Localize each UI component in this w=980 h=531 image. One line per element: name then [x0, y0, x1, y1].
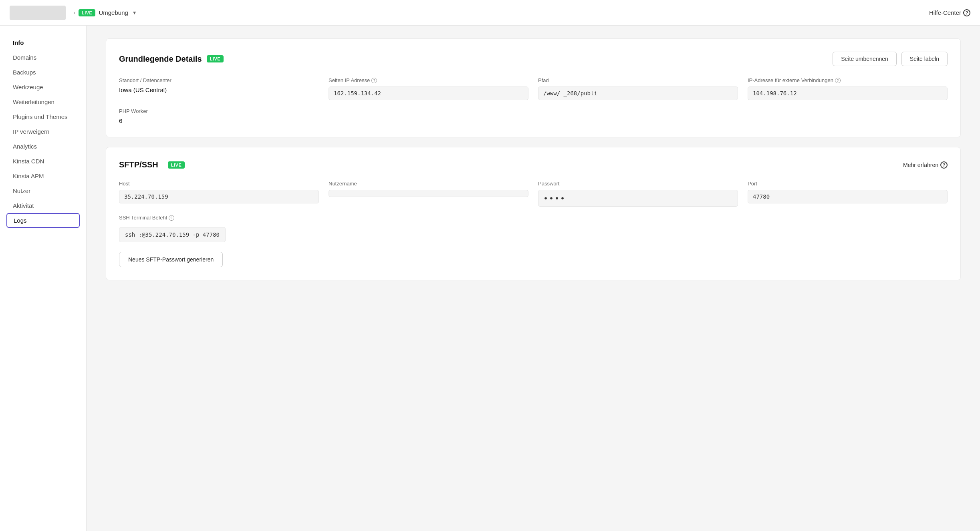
grundlegende-live-badge: LIVE [207, 55, 224, 62]
sidebar-item-logs[interactable]: Logs [6, 213, 80, 228]
hilfe-center-icon: ? [963, 9, 970, 16]
sidebar-item-domains-label: Domains [13, 54, 36, 61]
ip-field: Seiten IP Adresse ? 162.159.134.42 [329, 77, 528, 100]
ssh-terminal-field: SSH Terminal Befehl ? ssh :@35.224.70.15… [119, 215, 948, 242]
content-area: Grundlegende Details LIVE Seite umbenenn… [87, 26, 980, 531]
sftp-fields-grid: Host 35.224.70.159 Nutzername Passwort •… [119, 181, 948, 207]
logo [10, 6, 66, 20]
extern-ip-info-icon[interactable]: ? [835, 78, 841, 83]
passwort-field: Passwort •••• [538, 181, 738, 207]
generate-btn-wrapper: Neues SFTP-Passwort generieren [119, 242, 948, 267]
php-worker-label: PHP Worker [119, 108, 948, 114]
chevron-left-icon: ‹ [74, 10, 75, 16]
sidebar-item-werkzeuge-label: Werkzeuge [13, 84, 43, 91]
generate-password-button[interactable]: Neues SFTP-Passwort generieren [119, 252, 223, 267]
sidebar-item-kinsta-cdn[interactable]: Kinsta CDN [0, 154, 86, 169]
sidebar-item-domains[interactable]: Domains [0, 50, 86, 65]
sidebar-item-nutzer[interactable]: Nutzer [0, 183, 86, 198]
port-field: Port 47780 [748, 181, 948, 207]
standort-field: Standort / Datencenter Iowa (US Central) [119, 77, 319, 100]
passwort-label: Passwort [538, 181, 738, 187]
sidebar-item-ip-verweigern-label: IP verweigern [13, 128, 49, 135]
sidebar-item-kinsta-cdn-label: Kinsta CDN [13, 158, 44, 165]
ssh-terminal-label: SSH Terminal Befehl ? [119, 215, 948, 221]
nutzername-field: Nutzername [329, 181, 528, 207]
sftp-header: SFTP/SSH LIVE Mehr erfahren ? [119, 160, 948, 169]
chevron-down-icon: ▼ [132, 10, 137, 16]
sidebar-item-kinsta-apm[interactable]: Kinsta APM [0, 169, 86, 183]
sidebar-item-plugins-themes-label: Plugins und Themes [13, 113, 67, 120]
sidebar-item-info-label: Info [13, 39, 24, 46]
sidebar-item-aktivitaet-label: Aktivität [13, 202, 34, 209]
sidebar-item-weiterleitungen[interactable]: Weiterleitungen [0, 95, 86, 109]
hilfe-center-label: Hilfe-Center [929, 9, 961, 16]
standort-value: Iowa (US Central) [119, 86, 319, 93]
standort-label: Standort / Datencenter [119, 77, 319, 83]
sidebar-item-nutzer-label: Nutzer [13, 187, 30, 194]
grundlegende-details-card: Grundlegende Details LIVE Seite umbenenn… [106, 38, 961, 137]
ip-info-icon[interactable]: ? [371, 78, 377, 83]
grundlegende-header-actions: Seite umbenennen Seite labeln [833, 52, 948, 66]
mehr-erfahren-icon: ? [940, 161, 948, 169]
sidebar-item-analytics[interactable]: Analytics [0, 139, 86, 154]
sidebar: Info Domains Backups Werkzeuge Weiterlei… [0, 26, 87, 531]
sftp-live-badge: LIVE [168, 161, 185, 169]
extern-ip-value: 104.198.76.12 [748, 86, 948, 100]
sftp-title: SFTP/SSH [119, 160, 158, 169]
header-right: Hilfe-Center ? [929, 9, 970, 16]
extern-ip-field: IP-Adresse für externe Verbindungen ? 10… [748, 77, 948, 100]
sidebar-item-info[interactable]: Info [0, 35, 86, 50]
sidebar-item-backups-label: Backups [13, 69, 36, 76]
label-button[interactable]: Seite labeln [901, 52, 948, 66]
host-value: 35.224.70.159 [119, 190, 319, 203]
sidebar-item-plugins-themes[interactable]: Plugins und Themes [0, 109, 86, 124]
sidebar-item-aktivitaet[interactable]: Aktivität [0, 198, 86, 213]
environment-dropdown[interactable]: ‹ LIVE Umgebung ▼ [74, 9, 137, 16]
sftp-ssh-card: SFTP/SSH LIVE Mehr erfahren ? Host 35.22… [106, 147, 961, 280]
environment-label: Umgebung [99, 9, 128, 16]
pfad-label: Pfad [538, 77, 738, 83]
rename-button[interactable]: Seite umbenennen [833, 52, 897, 66]
sidebar-item-backups[interactable]: Backups [0, 65, 86, 80]
ssh-command-value: ssh :@35.224.70.159 -p 47780 [119, 227, 226, 242]
grundlegende-fields-grid: Standort / Datencenter Iowa (US Central)… [119, 77, 948, 100]
main-layout: Info Domains Backups Werkzeuge Weiterlei… [0, 26, 980, 531]
port-value: 47780 [748, 190, 948, 203]
sidebar-item-analytics-label: Analytics [13, 143, 37, 150]
sidebar-item-weiterleitungen-label: Weiterleitungen [13, 99, 54, 105]
sidebar-item-ip-verweigern[interactable]: IP verweigern [0, 124, 86, 139]
mehr-erfahren-link[interactable]: Mehr erfahren ? [903, 161, 948, 169]
php-worker-value: 6 [119, 117, 948, 124]
hilfe-center-link[interactable]: Hilfe-Center ? [929, 9, 970, 16]
pfad-value: /www/ _268/publi [538, 86, 738, 100]
ssh-terminal-info-icon[interactable]: ? [169, 215, 174, 221]
grundlegende-details-header: Grundlegende Details LIVE Seite umbenenn… [119, 52, 948, 66]
sidebar-item-werkzeuge[interactable]: Werkzeuge [0, 80, 86, 95]
ip-label: Seiten IP Adresse ? [329, 77, 528, 83]
nutzername-label: Nutzername [329, 181, 528, 187]
header: ‹ LIVE Umgebung ▼ Hilfe-Center ? [0, 0, 980, 26]
sidebar-item-kinsta-apm-label: Kinsta APM [13, 173, 44, 179]
host-label: Host [119, 181, 319, 187]
passwort-value: •••• [538, 190, 738, 207]
php-worker-field: PHP Worker 6 [119, 108, 948, 124]
live-badge: LIVE [79, 9, 95, 16]
sidebar-item-logs-label: Logs [14, 217, 27, 224]
port-label: Port [748, 181, 948, 187]
host-field: Host 35.224.70.159 [119, 181, 319, 207]
mehr-erfahren-label: Mehr erfahren [903, 162, 938, 168]
pfad-field: Pfad /www/ _268/publi [538, 77, 738, 100]
grundlegende-details-title: Grundlegende Details [119, 54, 202, 64]
ip-value: 162.159.134.42 [329, 86, 528, 100]
nutzername-value [329, 190, 528, 197]
extern-ip-label: IP-Adresse für externe Verbindungen ? [748, 77, 948, 83]
